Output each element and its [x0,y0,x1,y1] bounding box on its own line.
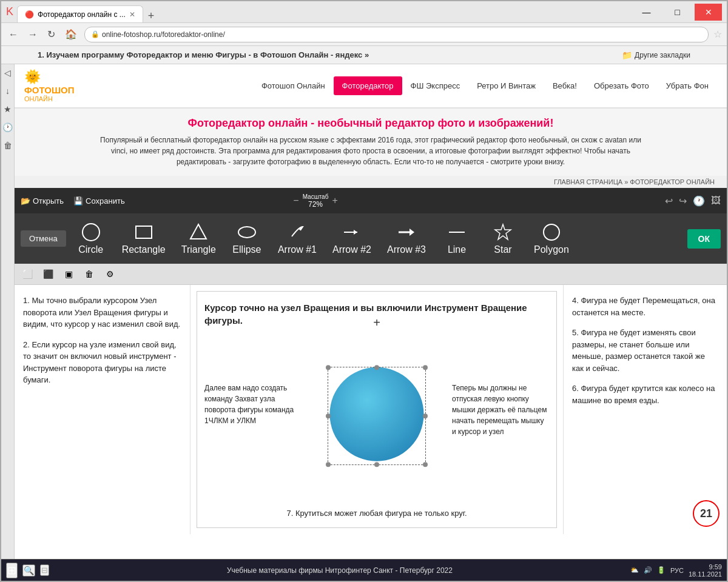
handle-mr [423,413,428,418]
sidebar-history-icon[interactable]: 🕐 [2,122,13,132]
zoom-value: 72% [303,200,329,209]
svg-marker-6 [354,230,357,235]
sidebar-trash-icon[interactable]: 🗑 [4,141,12,150]
address-bar: ← → ↻ 🏠 🔒 online-fotoshop.ru/fotoredakto… [1,23,727,46]
selection-box [328,367,426,465]
taskbar-search[interactable]: 🔍 [22,564,35,577]
undo-button[interactable]: ↩ [665,195,673,207]
shape-triangle-label: Triangle [181,244,216,255]
history-button[interactable]: 🕐 [693,195,705,207]
tool-copy[interactable]: ⬜ [19,266,35,282]
zoom-in-button[interactable]: + [332,195,337,206]
shape-rectangle[interactable]: Rectangle [116,218,172,259]
page-title-bar: 1. Изучаем программу Фоторедактор и меню… [38,50,618,59]
ssl-lock-icon: 🔒 [91,30,99,38]
bookmark-button[interactable]: ☆ [713,28,722,40]
window-controls: — □ ✕ [633,4,722,21]
shape-circle[interactable]: Circle [70,218,112,259]
folder-icon: 📁 [622,50,632,60]
canvas-demo: + [204,334,549,504]
start-button[interactable]: ⊞ [6,563,18,578]
tool-settings[interactable]: ⚙ [102,266,118,282]
settings-button[interactable]: 🖼 [711,195,721,207]
open-icon: 📂 [21,196,30,206]
redo-button[interactable]: ↪ [679,195,687,207]
shape-triangle[interactable]: Triangle [175,218,222,259]
logo[interactable]: 🌞 ФОТОШОП ОНЛАЙН [24,69,74,102]
maximize-button[interactable]: □ [664,4,691,21]
taskbar-app[interactable]: ⊟ [40,564,49,576]
shape-star[interactable]: Star [482,218,524,259]
page-content: 🌞 ФОТОШОП ОНЛАЙН Фотошоп Онлайн Фотореда… [15,64,727,559]
nav-remove-bg[interactable]: Убрать Фон [658,76,717,95]
nav-photoshop[interactable]: Фотошоп Онлайн [253,76,334,95]
tab-title: Фоторедактор онлайн с ... [38,10,126,19]
browser-tab[interactable]: 🔴 Фоторедактор онлайн с ... ✕ [17,5,143,22]
handle-br [423,462,428,467]
float-right-text: Теперь мы должны не отпуская левую кнопк… [452,383,549,437]
open-label: Открыть [33,196,64,206]
save-button[interactable]: 💾 Сохранить [73,196,125,206]
taskbar-volume-icon: 🔋 [657,566,666,574]
banner-text: Популярный и бесплатный фоторедактор онл… [98,135,644,167]
nav-express[interactable]: ФШ Экспресс [402,76,469,95]
handle-tl [326,365,331,370]
polygon-icon [541,222,562,242]
editor-tools-bar: ⬜ ⬛ ▣ 🗑 ⚙ [15,264,727,285]
nav-retro[interactable]: Ретро И Винтаж [468,76,544,95]
date-display: 18.11.2021 [689,570,722,578]
minimize-button[interactable]: — [633,4,660,21]
sidebar-star-icon[interactable]: ★ [4,104,12,114]
sidebar-download-icon[interactable]: ↓ [5,86,10,96]
shape-arrow1[interactable]: Arrow #1 [272,218,323,259]
tool-delete[interactable]: 🗑 [81,266,97,282]
reload-button[interactable]: ↻ [45,27,58,41]
close-button[interactable]: ✕ [695,4,722,21]
svg-marker-8 [410,229,414,236]
ok-button[interactable]: ОК [687,229,721,249]
circle-icon [81,222,101,242]
left-text-1: 1. Мы точно выбрали курсором Узел поворо… [23,295,181,330]
time-display: 9:59 [689,563,722,570]
new-tab-button[interactable]: + [143,10,160,22]
shape-ellipse-label: Ellipse [232,244,261,255]
float-left-text: Далее вам надо создать команду Захват уз… [204,383,302,426]
shape-ellipse[interactable]: Ellipse [226,218,268,259]
home-button[interactable]: 🏠 [62,27,79,41]
bookmarks-other[interactable]: 📁 Другие закладки [622,50,690,60]
site-nav: Фотошоп Онлайн Фоторедактор ФШ Экспресс … [253,76,717,95]
shape-arrow2[interactable]: Arrow #2 [326,218,377,259]
url-field[interactable]: 🔒 online-fotoshop.ru/fotoredaktor-online… [84,27,709,42]
tab-close-icon[interactable]: ✕ [129,10,135,19]
taskbar-weather-icon: ⛅ [630,566,639,574]
nav-photoeditor[interactable]: Фоторедактор [334,76,402,95]
svg-marker-10 [495,224,511,239]
shape-line[interactable]: Line [436,218,478,259]
nav-webcam[interactable]: Вебка! [544,76,585,95]
handle-bm [374,462,379,467]
cancel-button[interactable]: Отмена [21,230,66,247]
open-button[interactable]: 📂 Открыть [21,196,64,206]
bookmarks-bar: 1. Изучаем программу Фоторедактор и меню… [1,46,727,64]
svg-point-11 [544,224,559,240]
svg-rect-1 [136,226,152,238]
zoom-out-button[interactable]: − [293,195,298,206]
save-label: Сохранить [86,196,125,206]
nav-crop[interactable]: Обрезать Фото [585,76,658,95]
shape-arrow3-label: Arrow #3 [387,244,426,255]
shape-polygon[interactable]: Polygon [528,218,575,259]
left-text-column: 1. Мы точно выбрали курсором Узел поворо… [15,285,190,534]
taskbar-time: 9:59 18.11.2021 [689,563,722,578]
sidebar-back-icon[interactable]: ◁ [4,68,11,78]
tool-cut[interactable]: ⬛ [40,266,56,282]
banner: Фоторедактор онлайн - необычный редактор… [15,109,727,176]
tool-paste[interactable]: ▣ [61,266,76,282]
editor-toolbar: 📂 Открыть 💾 Сохранить − Масштаб 72% + [15,188,727,213]
right-text-3: 6. Фигура будет крутится как колесо на м… [572,383,718,406]
shape-arrow3[interactable]: Arrow #3 [381,218,432,259]
left-sidebar: ◁ ↓ ★ 🕐 🗑 [1,64,15,559]
right-text-column: 4. Фигура не будет Перемещаться, она ост… [563,285,727,534]
content-area: 1. Мы точно выбрали курсором Узел поворо… [15,285,727,534]
forward-button[interactable]: → [25,28,40,41]
back-button[interactable]: ← [6,28,21,41]
